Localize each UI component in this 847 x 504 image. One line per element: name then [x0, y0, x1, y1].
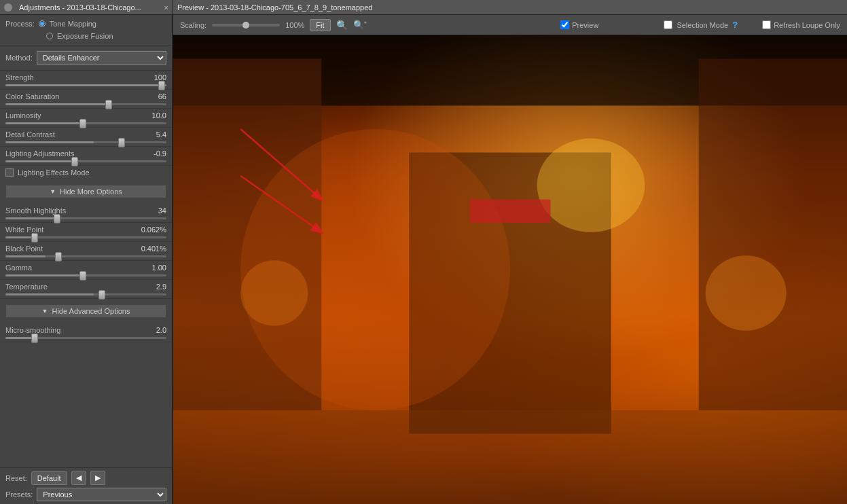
default-button[interactable]: Default: [31, 471, 67, 485]
scaling-slider[interactable]: [212, 24, 280, 26]
luminosity-slider-row: Luminosity 10.0: [0, 109, 172, 128]
gamma-header: Gamma 1.00: [5, 264, 166, 272]
smooth-highlights-thumb[interactable]: [54, 214, 60, 223]
zoom-out-icon[interactable]: 🔍: [336, 20, 348, 31]
advanced-options-label: Hide Advanced Options: [52, 307, 130, 315]
left-panel: Process: Tone Mapping Exposure Fusion Me…: [0, 15, 173, 504]
selection-mode-checkbox[interactable]: [664, 20, 672, 29]
white-point-track[interactable]: [5, 236, 166, 238]
micro-smoothing-track[interactable]: [5, 337, 166, 339]
method-label: Method:: [5, 54, 33, 62]
exposure-fusion-row: Exposure Fusion: [5, 30, 166, 42]
black-point-slider-row: Black Point 0.401%: [0, 242, 172, 261]
smooth-highlights-slider-row: Smooth Highlights 34: [0, 204, 172, 223]
color-saturation-header: Color Saturation 66: [5, 92, 166, 101]
selection-mode-label: Selection Mode: [677, 21, 728, 29]
lighting-adjustments-thumb[interactable]: [71, 157, 78, 166]
undo-button[interactable]: ◀: [71, 471, 86, 485]
adjustments-titlebar: Adjustments - 2013-03-18-Chicago... ×: [0, 0, 173, 15]
close-icon[interactable]: [4, 3, 12, 12]
preview-toolbar: Scaling: 100% Fit 🔍 🔍+ Preview Selection…: [173, 15, 847, 35]
hide-advanced-options-button[interactable]: ▼ Hide Advanced Options: [5, 304, 166, 318]
tone-mapping-radio[interactable]: [39, 20, 46, 27]
bottom-controls: Reset: Default ◀ ▶ Presets: Previous: [0, 467, 172, 504]
luminosity-label: Luminosity: [5, 111, 41, 120]
temperature-header: Temperature 2.9: [5, 283, 166, 291]
preview-check-area: Preview: [560, 20, 598, 29]
lighting-adjustments-fill: [5, 160, 78, 162]
refresh-checkbox[interactable]: [762, 20, 771, 29]
luminosity-thumb[interactable]: [79, 119, 86, 128]
black-point-thumb[interactable]: [55, 252, 62, 262]
strength-fill: [5, 84, 166, 86]
process-label: Process:: [5, 20, 35, 28]
temperature-thumb[interactable]: [98, 290, 105, 300]
color-saturation-fill: [5, 103, 111, 105]
micro-smoothing-slider-row: Micro-smoothing 2.0: [0, 323, 172, 342]
presets-row: Presets: Previous: [5, 488, 166, 501]
temperature-track[interactable]: [5, 293, 166, 295]
svg-point-6: [706, 255, 787, 330]
micro-smoothing-thumb[interactable]: [31, 334, 38, 343]
scaling-label: Scaling:: [180, 21, 206, 29]
smooth-highlights-track[interactable]: [5, 217, 166, 219]
detail-contrast-label: Detail Contrast: [5, 130, 55, 139]
lighting-effects-checkbox[interactable]: [5, 168, 14, 177]
more-options-arrow: ▼: [50, 188, 56, 195]
strength-thumb[interactable]: [158, 81, 165, 90]
preview-title: Preview - 2013-03-18-Chicago-705_6_7_8_9…: [177, 3, 372, 12]
micro-smoothing-header: Micro-smoothing 2.0: [5, 326, 166, 334]
method-row: Method: Details Enhancer: [5, 48, 166, 67]
scaling-thumb[interactable]: [242, 22, 249, 29]
zoom-in-icon[interactable]: 🔍+: [353, 20, 367, 30]
lighting-adjustments-slider-row: Lighting Adjustments -0.9: [0, 147, 172, 166]
luminosity-track[interactable]: [5, 122, 166, 124]
advanced-options-arrow: ▼: [42, 308, 48, 314]
gamma-value: 1.00: [152, 264, 166, 272]
lighting-adjustments-track[interactable]: [5, 160, 166, 162]
micro-smoothing-value: 2.0: [156, 326, 166, 334]
temperature-fill: [5, 293, 94, 295]
white-point-thumb[interactable]: [31, 233, 38, 242]
black-point-fill: [5, 255, 46, 257]
redo-button[interactable]: ▶: [90, 471, 105, 485]
svg-rect-8: [469, 200, 550, 223]
hide-more-options-button[interactable]: ▼ Hide More Options: [5, 185, 166, 198]
color-saturation-track[interactable]: [5, 103, 166, 105]
gamma-track[interactable]: [5, 274, 166, 276]
presets-select[interactable]: Previous: [37, 488, 166, 501]
detail-contrast-track[interactable]: [5, 141, 166, 143]
reset-row: Reset: Default ◀ ▶: [5, 471, 166, 485]
fit-button[interactable]: Fit: [310, 19, 330, 31]
temperature-label: Temperature: [5, 283, 48, 291]
presets-label: Presets:: [5, 490, 33, 499]
lighting-effects-row: Lighting Effects Mode: [0, 166, 172, 179]
preview-checkbox[interactable]: [560, 20, 569, 29]
tone-mapping-label: Tone Mapping: [50, 20, 96, 28]
refresh-area: Refresh Loupe Only: [762, 20, 840, 29]
white-point-value: 0.062%: [141, 226, 166, 234]
black-point-track[interactable]: [5, 255, 166, 257]
svg-point-5: [537, 139, 645, 232]
refresh-label: Refresh Loupe Only: [774, 21, 840, 29]
strength-track[interactable]: [5, 84, 166, 86]
white-point-slider-row: White Point 0.062%: [0, 223, 172, 242]
main-layout: Process: Tone Mapping Exposure Fusion Me…: [0, 15, 847, 504]
advanced-options-section: ▼ Hide Advanced Options: [0, 299, 172, 323]
gamma-slider-row: Gamma 1.00: [0, 261, 172, 280]
color-saturation-slider-row: Color Saturation 66: [0, 90, 172, 109]
black-point-value: 0.401%: [141, 245, 166, 253]
detail-contrast-thumb[interactable]: [118, 138, 125, 147]
exposure-fusion-radio[interactable]: [46, 33, 53, 39]
adjustments-close-btn[interactable]: ×: [164, 3, 168, 12]
svg-point-7: [240, 260, 308, 326]
exposure-fusion-label: Exposure Fusion: [57, 32, 113, 40]
preview-image-area: [173, 35, 847, 504]
gamma-thumb[interactable]: [79, 271, 86, 281]
color-saturation-value: 66: [158, 92, 166, 101]
method-select[interactable]: Details Enhancer: [37, 51, 166, 65]
color-saturation-thumb[interactable]: [105, 100, 112, 109]
svg-rect-2: [699, 59, 847, 411]
selection-mode-help-icon[interactable]: ?: [732, 20, 738, 30]
hdr-preview-image: [173, 35, 847, 504]
